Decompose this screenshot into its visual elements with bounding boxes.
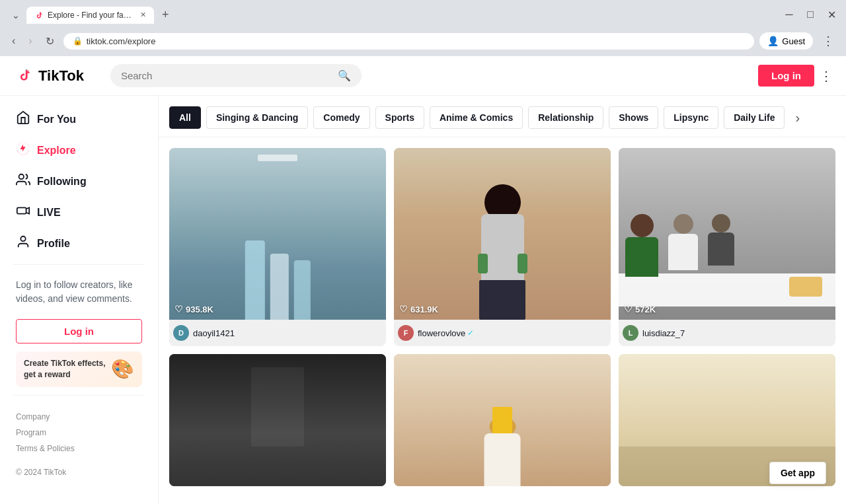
sidebar-divider	[13, 264, 145, 265]
video-grid: ♡ 935.8K D daoyil1421	[159, 137, 846, 497]
video-card-1[interactable]: ♡ 935.8K D daoyil1421	[169, 148, 386, 346]
tab-favicon	[34, 11, 44, 20]
heart-icon-1: ♡	[174, 304, 183, 314]
username-3: luisdiazz_7	[642, 328, 685, 338]
explore-icon	[16, 141, 30, 159]
sidebar-item-for-you[interactable]: For You	[5, 104, 153, 135]
svg-rect-4	[17, 207, 26, 213]
login-button[interactable]: Log in	[758, 65, 814, 87]
minimize-btn[interactable]: ─	[783, 9, 796, 21]
sidebar-label-for-you: For You	[37, 114, 76, 126]
video-card-2[interactable]: ♡ 631.9K F flowerovlove ✓	[394, 148, 611, 346]
logo-text: TikTok	[38, 67, 84, 85]
browser-more-btn[interactable]: ⋮	[818, 31, 838, 51]
app-header: TikTok 🔍 Log in ⋮	[0, 56, 846, 96]
browser-tabs: ⌄ Explore - Find your favourite ✕ +	[8, 5, 174, 24]
sidebar-login-btn[interactable]: Log in	[16, 319, 142, 343]
guest-icon: 👤	[767, 36, 779, 46]
video-likes-1: ♡ 935.8K	[174, 304, 213, 314]
search-bar[interactable]: 🔍	[110, 64, 362, 87]
sidebar-promo-icon: 🎨	[111, 358, 134, 380]
tab-singing-dancing[interactable]: Singing & Dancing	[206, 106, 308, 129]
avatar-1: D	[173, 325, 189, 341]
category-tabs: All Singing & Dancing Comedy Sports Anim…	[159, 96, 846, 137]
tiktok-logo-icon	[13, 65, 34, 87]
video-thumb-3: ♡ 572K	[619, 148, 835, 320]
tab-group-btn[interactable]: ⌄	[8, 7, 24, 23]
sidebar-cta-text: Log in to follow creators, like videos, …	[5, 270, 153, 314]
svg-point-5	[20, 236, 25, 241]
svg-point-1	[13, 65, 34, 87]
footer-link-program[interactable]: Program	[16, 428, 46, 437]
tab-lipsync[interactable]: Lipsync	[664, 106, 718, 129]
video-card-4[interactable]	[169, 354, 386, 486]
tab-comedy[interactable]: Comedy	[313, 106, 369, 129]
svg-point-3	[19, 174, 24, 179]
tab-shows[interactable]: Shows	[609, 106, 658, 129]
browser-chrome: ⌄ Explore - Find your favourite ✕ + ─ □ …	[0, 0, 846, 56]
app-wrapper: TikTok 🔍 Log in ⋮ For You	[0, 56, 846, 504]
logo-area[interactable]: TikTok	[13, 65, 84, 87]
sidebar-label-live: LIVE	[37, 207, 61, 219]
search-icon[interactable]: 🔍	[338, 69, 351, 82]
footer-link-terms[interactable]: Terms & Policies	[16, 444, 75, 453]
url-text: tiktok.com/explore	[87, 36, 156, 46]
video-thumb-4	[169, 354, 386, 486]
avatar-3: L	[623, 325, 638, 341]
tab-relationship[interactable]: Relationship	[528, 106, 603, 129]
sidebar-item-profile[interactable]: Profile	[5, 228, 153, 259]
username-2: flowerovlove ✓	[418, 328, 474, 338]
video-card-5[interactable]	[394, 354, 611, 486]
sidebar-item-live[interactable]: LIVE	[5, 197, 153, 228]
active-tab[interactable]: Explore - Find your favourite ✕	[26, 7, 154, 24]
sidebar: For You Explore Following	[0, 96, 159, 504]
video-thumb-2: ♡ 631.9K	[394, 148, 611, 320]
tab-title: Explore - Find your favourite	[48, 11, 134, 20]
browser-nav-bar: ‹ › ↻ 🔒 tiktok.com/explore 👤 Guest ⋮	[8, 28, 838, 56]
sidebar-label-profile: Profile	[37, 238, 70, 250]
tabs-next-btn[interactable]: ›	[790, 108, 805, 128]
avatar-2: F	[398, 325, 414, 341]
header-actions: Log in ⋮	[758, 65, 833, 87]
sidebar-item-following[interactable]: Following	[5, 166, 153, 197]
video-meta-2: F flowerovlove ✓	[394, 320, 611, 346]
sidebar-promo[interactable]: Create TikTok effects, get a reward 🎨	[16, 351, 142, 387]
username-1: daoyil1421	[193, 328, 235, 338]
video-likes-3: ♡ 572K	[624, 304, 656, 314]
tab-sports[interactable]: Sports	[375, 106, 424, 129]
tab-daily-life[interactable]: Daily Life	[724, 106, 785, 129]
close-btn[interactable]: ✕	[825, 9, 838, 21]
new-tab-btn[interactable]: +	[157, 5, 174, 24]
back-btn[interactable]: ‹	[8, 32, 19, 50]
video-meta-1: D daoyil1421	[169, 320, 386, 346]
live-icon	[16, 203, 30, 221]
refresh-btn[interactable]: ↻	[42, 32, 58, 50]
header-more-btn[interactable]: ⋮	[820, 68, 833, 84]
sidebar-promo-text: Create TikTok effects, get a reward	[24, 358, 111, 380]
sidebar-footer: Company Program Terms & Policies	[5, 401, 153, 456]
sidebar-item-explore[interactable]: Explore	[5, 135, 153, 166]
get-app-button[interactable]: Get app	[769, 462, 826, 484]
address-bar[interactable]: 🔒 tiktok.com/explore	[63, 33, 755, 50]
video-thumb-5	[394, 354, 611, 486]
footer-link-company[interactable]: Company	[16, 412, 50, 421]
content-area: All Singing & Dancing Comedy Sports Anim…	[159, 96, 846, 504]
sidebar-divider-2	[13, 395, 145, 396]
heart-icon-3: ♡	[624, 304, 633, 314]
forward-btn[interactable]: ›	[24, 32, 36, 50]
sidebar-label-following: Following	[37, 176, 87, 188]
tab-all[interactable]: All	[169, 106, 201, 129]
tab-close-btn[interactable]: ✕	[140, 11, 146, 19]
video-card-3[interactable]: ♡ 572K L luisdiazz_7	[619, 148, 835, 346]
guest-label: Guest	[782, 36, 805, 46]
maximize-btn[interactable]: □	[804, 9, 817, 21]
video-likes-2: ♡ 631.9K	[399, 304, 438, 314]
window-controls: ─ □ ✕	[783, 9, 838, 21]
lock-icon: 🔒	[73, 36, 83, 46]
search-input[interactable]	[121, 70, 332, 81]
video-meta-3: L luisdiazz_7	[619, 320, 835, 346]
guest-btn[interactable]: 👤 Guest	[759, 32, 813, 50]
tab-anime-comics[interactable]: Anime & Comics	[430, 106, 523, 129]
heart-icon-2: ♡	[399, 304, 408, 314]
verified-badge-2: ✓	[467, 328, 474, 338]
